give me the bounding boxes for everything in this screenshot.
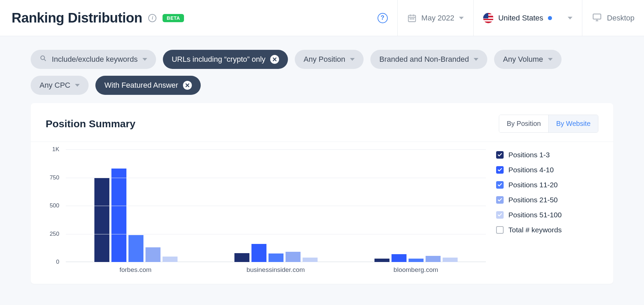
bar[interactable] <box>94 178 109 262</box>
help-button[interactable]: ? <box>368 0 397 36</box>
legend: Positions 1-3Positions 4-10Positions 11-… <box>496 149 598 274</box>
legend-item[interactable]: Positions 21-50 <box>496 196 598 204</box>
grid-line <box>66 206 486 206</box>
x-label: forbes.com <box>65 262 205 274</box>
view-toggle: By Position By Website <box>499 115 598 133</box>
svg-rect-7 <box>593 14 601 19</box>
country-value: United States <box>498 14 543 23</box>
legend-item[interactable]: Positions 11-20 <box>496 181 598 189</box>
legend-label: Positions 1-3 <box>508 151 550 159</box>
bar[interactable] <box>251 244 266 262</box>
position-summary-card: Position Summary By Position By Website … <box>31 103 613 284</box>
bar[interactable] <box>145 247 160 262</box>
filter-keywords[interactable]: Include/exclude keywords <box>31 50 156 69</box>
filter-bar: Include/exclude keywords URLs including … <box>0 36 644 103</box>
bar[interactable] <box>426 256 441 262</box>
checkbox-checked-icon <box>496 211 504 219</box>
grid-line <box>66 178 486 178</box>
legend-item[interactable]: Positions 4-10 <box>496 166 598 174</box>
svg-point-6 <box>413 18 414 19</box>
svg-line-11 <box>44 59 46 61</box>
calendar-icon <box>407 13 417 23</box>
bar[interactable] <box>409 259 424 262</box>
y-tick: 0 <box>56 259 59 265</box>
bar[interactable] <box>163 257 178 262</box>
beta-badge: BETA <box>163 14 184 22</box>
chevron-down-icon <box>350 58 355 61</box>
legend-label: Positions 21-50 <box>508 196 558 204</box>
chevron-down-icon <box>548 58 553 61</box>
date-value: May 2022 <box>421 14 455 23</box>
checkbox-checked-icon <box>496 181 504 189</box>
chip-label: With Featured Answer <box>104 81 178 90</box>
x-axis-labels: forbes.combusinessinsider.combloomberg.c… <box>65 262 486 274</box>
x-label: bloomberg.com <box>346 262 486 274</box>
bar[interactable] <box>392 254 407 262</box>
x-label: businessinsider.com <box>205 262 346 274</box>
bar[interactable] <box>111 169 126 262</box>
close-icon <box>273 57 277 61</box>
close-icon <box>185 83 189 87</box>
y-tick: 750 <box>50 174 59 181</box>
chip-label: URLs including “crypto” only <box>172 55 265 64</box>
bar[interactable] <box>234 253 249 262</box>
y-tick: 250 <box>50 231 59 237</box>
checkbox-unchecked-icon <box>496 226 504 234</box>
legend-item[interactable]: Positions 51-100 <box>496 211 598 219</box>
grid-line <box>66 234 486 234</box>
svg-point-5 <box>412 18 412 19</box>
desktop-icon <box>592 12 602 24</box>
clear-filter-button[interactable] <box>270 55 279 64</box>
filter-featured[interactable]: With Featured Answer <box>95 76 200 95</box>
device-selector[interactable]: Desktop <box>582 0 644 36</box>
legend-label: Total # keywords <box>508 226 562 234</box>
header-title-wrap: Ranking Distribution i BETA <box>12 10 368 26</box>
page-title: Ranking Distribution <box>12 10 142 26</box>
country-selector[interactable]: United States <box>473 0 582 36</box>
legend-label: Positions 11-20 <box>508 181 558 189</box>
date-selector[interactable]: May 2022 <box>397 0 474 36</box>
device-value: Desktop <box>607 14 634 23</box>
chevron-down-icon <box>474 58 478 61</box>
checkbox-checked-icon <box>496 196 504 204</box>
filter-position[interactable]: Any Position <box>295 50 364 69</box>
bar[interactable] <box>374 259 389 262</box>
chip-label: Any Position <box>304 55 345 64</box>
filter-urls[interactable]: URLs including “crypto” only <box>163 50 288 69</box>
svg-point-10 <box>41 56 45 60</box>
checkbox-checked-icon <box>496 166 504 174</box>
chevron-down-icon <box>459 17 464 19</box>
chip-label: Any Volume <box>503 55 543 64</box>
legend-item[interactable]: Positions 1-3 <box>496 151 598 159</box>
tab-by-website[interactable]: By Website <box>548 115 598 132</box>
filter-cpc[interactable]: Any CPC <box>31 76 89 95</box>
card-header: Position Summary By Position By Website <box>31 115 613 142</box>
checkbox-checked-icon <box>496 151 504 159</box>
tab-by-position[interactable]: By Position <box>499 115 548 132</box>
card-title: Position Summary <box>46 118 135 130</box>
chip-label: Branded and Non-Branded <box>379 55 469 64</box>
svg-point-4 <box>410 18 411 19</box>
bar[interactable] <box>128 235 143 262</box>
info-icon[interactable]: i <box>148 14 156 22</box>
chart-row: 02505007501K forbes.combusinessinsider.c… <box>31 142 613 274</box>
bar[interactable] <box>269 253 283 262</box>
bar[interactable] <box>443 258 458 262</box>
bar[interactable] <box>303 258 318 262</box>
y-axis: 02505007501K <box>42 149 62 263</box>
y-tick: 1K <box>52 146 59 153</box>
filter-volume[interactable]: Any Volume <box>494 50 561 69</box>
chip-label: Any CPC <box>40 81 70 90</box>
status-dot-icon <box>548 16 552 20</box>
filter-branded[interactable]: Branded and Non-Branded <box>370 50 487 69</box>
legend-item[interactable]: Total # keywords <box>496 226 598 234</box>
chevron-down-icon <box>568 17 572 19</box>
legend-label: Positions 51-100 <box>508 211 562 219</box>
chevron-down-icon <box>75 84 80 87</box>
bar[interactable] <box>286 252 301 262</box>
clear-filter-button[interactable] <box>183 81 192 90</box>
flag-us-icon <box>483 13 493 23</box>
page-header: Ranking Distribution i BETA ? May 2022 U… <box>0 0 644 36</box>
grid-line <box>66 149 486 150</box>
search-icon <box>40 55 47 64</box>
